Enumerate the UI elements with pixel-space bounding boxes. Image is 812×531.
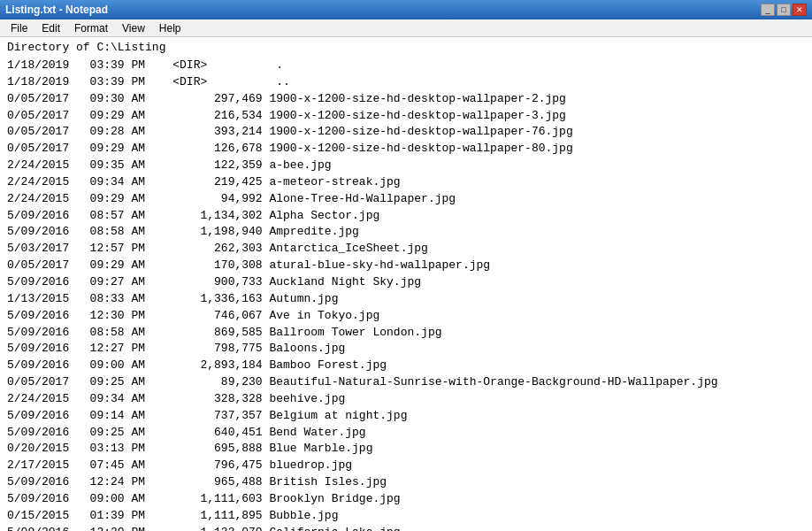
file-list: 1/18/2019 03:39 PM <DIR> . 1/18/2019 03:… — [7, 58, 805, 531]
menu-bar: FileEditFormatViewHelp — [0, 19, 812, 37]
window-title: Listing.txt - Notepad — [5, 4, 108, 16]
directory-header: Directory of C:\Listing — [7, 41, 805, 54]
minimize-button[interactable]: _ — [761, 4, 775, 16]
menu-item-file[interactable]: File — [4, 20, 34, 36]
menu-item-help[interactable]: Help — [152, 20, 188, 36]
close-button[interactable]: ✕ — [793, 4, 807, 16]
content-area: Directory of C:\Listing 1/18/2019 03:39 … — [0, 37, 812, 531]
title-bar: Listing.txt - Notepad _ □ ✕ — [0, 0, 812, 19]
menu-item-edit[interactable]: Edit — [34, 20, 67, 36]
menu-item-view[interactable]: View — [115, 20, 152, 36]
maximize-button[interactable]: □ — [777, 4, 791, 16]
menu-item-format[interactable]: Format — [67, 20, 115, 36]
window-controls: _ □ ✕ — [761, 4, 807, 16]
